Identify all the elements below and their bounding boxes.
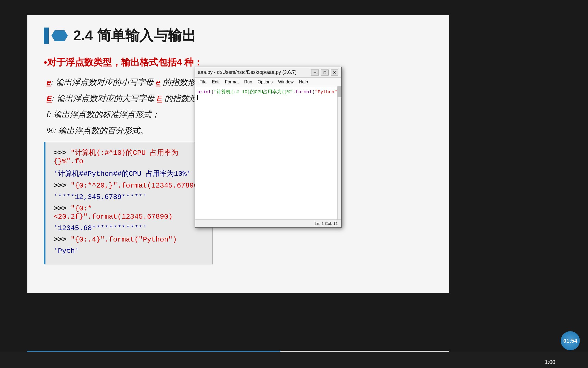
avatar: 01:54 — [561, 331, 580, 350]
scrollbar-thumb[interactable] — [338, 86, 341, 97]
close-icon: ✕ — [333, 70, 336, 75]
close-button[interactable]: ✕ — [331, 70, 338, 76]
code-2: "{0:*^20,}".format(12345.67890) — [71, 182, 202, 190]
code-line-3: >>> "{0:*<20.2f}".format(12345.67890) — [54, 204, 204, 221]
editor-menubar: File Edit Format Run Options Window Help — [195, 78, 341, 86]
menu-window[interactable]: Window — [276, 79, 296, 85]
slide-header: 2.4 简单输入与输出 — [44, 26, 433, 45]
code-paren-open: ( — [211, 89, 214, 95]
code-box: >>> "计算机{:#^10}的CPU 占用率为{}%".fo '计算机##Py… — [44, 142, 213, 264]
editor-code-area[interactable]: print("计算机{:# 10}的CPU占用率为{}%".format("Py… — [195, 86, 341, 219]
header-diamond-icon — [51, 30, 68, 41]
result-1: '计算机##Python##的CPU 占用率为10%' — [54, 170, 191, 178]
code-line-1: >>> "计算机{:#^10}的CPU 占用率为{}%".fo — [54, 148, 204, 165]
text-e: : 输出浮点数对应的小写字母 e 的指数形式； — [51, 78, 212, 87]
editor-status-text: Ln: 1 Col: 11 — [315, 221, 338, 226]
prompt-2: >>> — [54, 182, 71, 190]
code-arg1: "Python" — [315, 89, 337, 95]
prompt-4: >>> — [54, 236, 71, 244]
minimize-button[interactable]: ─ — [311, 70, 319, 76]
taskbar: 1:00 — [0, 352, 588, 368]
code-line-4: >>> "{0:.4}".format("Python") — [54, 236, 204, 244]
text-cursor — [197, 95, 198, 100]
taskbar-time: 1:00 — [545, 359, 555, 365]
code-dot: . — [293, 89, 295, 95]
menu-file[interactable]: File — [197, 79, 209, 85]
editor-scrollbar[interactable] — [337, 86, 341, 219]
prompt-3: >>> — [54, 204, 71, 213]
avatar-text: 01:54 — [563, 338, 577, 344]
code-4: "{0:.4}".format("Python") — [71, 236, 177, 244]
editor-code-content: print("计算机{:# 10}的CPU占用率为{}%".format("Py… — [197, 89, 339, 95]
menu-help[interactable]: Help — [297, 79, 310, 85]
code-format-func: format — [295, 89, 312, 95]
editor-window: aaa.py - d:/Users/hstc/Desktop/aaa.py (3… — [195, 67, 342, 228]
code-string: "计算机{:# 10}的CPU占用率为{}%" — [214, 89, 293, 95]
editor-titlebar: aaa.py - d:/Users/hstc/Desktop/aaa.py (3… — [195, 67, 341, 78]
maximize-button[interactable]: □ — [321, 70, 329, 76]
code-3: "{0:*<20.2f}".format(12345.67890) — [54, 204, 173, 221]
code-result-3: '12345.68************' — [54, 224, 204, 232]
prompt-1: >>> — [54, 149, 71, 157]
result-3: '12345.68************' — [54, 224, 147, 232]
result-2: '****12,345.6789*****' — [54, 193, 147, 201]
editor-statusbar: Ln: 1 Col: 11 — [195, 219, 341, 227]
menu-edit[interactable]: Edit — [210, 79, 222, 85]
text-percent: %: 输出浮点数的百分形式。 — [47, 126, 148, 135]
code-result-4: 'Pyth' — [54, 247, 204, 255]
code-result-2: '****12,345.6789*****' — [54, 193, 204, 201]
code-print-func: print — [197, 89, 211, 95]
slide-title: 2.4 简单输入与输出 — [73, 26, 196, 45]
code-1: "计算机{:#^10}的CPU 占用率为{}%".fo — [54, 149, 178, 165]
code-args-open: ( — [312, 89, 315, 95]
maximize-icon: □ — [324, 70, 326, 75]
code-result-1: '计算机##Python##的CPU 占用率为10%' — [54, 169, 204, 178]
label-E: E — [47, 94, 52, 103]
text-f: f: 输出浮点数的标准浮点形式； — [47, 110, 160, 119]
code-line-2: >>> "{0:*^20,}".format(12345.67890) — [54, 182, 204, 190]
result-4: 'Pyth' — [54, 247, 79, 255]
editor-controls: ─ □ ✕ — [311, 70, 338, 76]
editor-title: aaa.py - d:/Users/hstc/Desktop/aaa.py (3… — [198, 70, 296, 75]
menu-format[interactable]: Format — [223, 79, 241, 85]
menu-run[interactable]: Run — [242, 79, 254, 85]
text-E: : 输出浮点数对应的大写字母 E 的指数形 — [52, 94, 197, 103]
minimize-icon: ─ — [314, 70, 316, 75]
menu-options[interactable]: Options — [255, 79, 275, 85]
label-e: e — [47, 78, 51, 87]
header-accent-bar — [44, 28, 49, 44]
